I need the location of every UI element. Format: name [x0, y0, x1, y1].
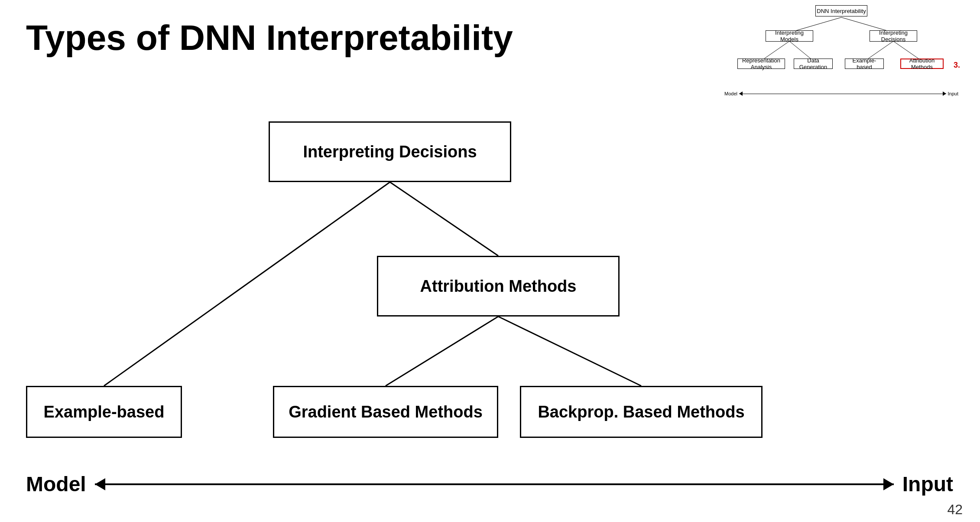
svg-line-3: [498, 316, 641, 386]
mini-interpreting-models-box: Interpreting Models: [766, 30, 813, 42]
bottom-axis: Model Input: [26, 472, 953, 496]
mini-axis-input-label: Input: [948, 91, 958, 96]
attribution-methods-box: Attribution Methods: [377, 256, 620, 316]
page-number: 42: [947, 502, 963, 518]
mini-interpreting-decisions-box: Interpreting Decisions: [870, 30, 917, 42]
mini-dnn-box: DNN Interpretability: [815, 5, 867, 16]
mini-axis: Model Input: [724, 91, 958, 96]
mini-axis-model-label: Model: [724, 91, 737, 96]
red-step-number: 3.: [954, 61, 960, 70]
svg-line-1: [104, 182, 390, 386]
mini-data-generation-box: Data Generation: [794, 59, 833, 69]
svg-line-0: [390, 182, 498, 256]
svg-line-2: [386, 316, 498, 386]
mini-axis-line: [739, 94, 946, 94]
gradient-based-box: Gradient Based Methods: [273, 386, 498, 438]
interpreting-decisions-box: Interpreting Decisions: [269, 121, 511, 182]
backprop-based-box: Backprop. Based Methods: [520, 386, 763, 438]
axis-line: [95, 483, 894, 485]
mini-attribution-methods-box: Attribution Methods: [900, 59, 944, 69]
axis-model-label: Model: [26, 472, 86, 496]
example-based-box: Example-based: [26, 386, 182, 438]
mini-example-based-box: Example-based: [845, 59, 884, 69]
mini-diagram: DNN Interpretability Interpreting Models…: [720, 4, 963, 100]
mini-representation-analysis-box: Representation Analysis: [737, 59, 785, 69]
page-title: Types of DNN Interpretability: [26, 17, 513, 58]
main-diagram: Interpreting Decisions Attribution Metho…: [0, 69, 780, 460]
mini-diagram-lines: [720, 4, 963, 100]
axis-input-label: Input: [902, 472, 953, 496]
